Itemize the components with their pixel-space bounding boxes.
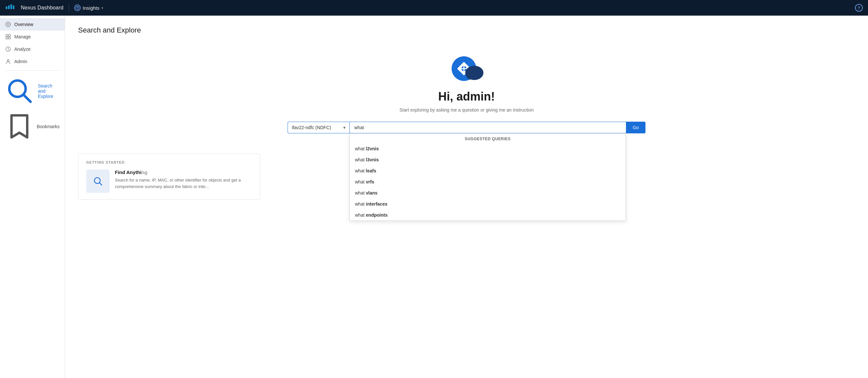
sidebar: Overview Manage Analyze Admin xyxy=(0,15,65,378)
suggestion-endpoints[interactable]: what endpoints xyxy=(350,210,626,221)
suggestion-bold-0: l2vnis xyxy=(366,146,379,151)
getting-started-section: GETTING STARTED Find Anything Search for… xyxy=(78,154,260,200)
suggestion-prefix-6: what xyxy=(355,213,365,218)
sidebar-item-search-explore[interactable]: Search and Explore xyxy=(0,73,65,109)
sidebar-item-admin[interactable]: Admin xyxy=(0,55,65,68)
suggestion-bold-5: interfaces xyxy=(366,201,388,207)
site-select-chevron-icon: ▾ xyxy=(343,125,345,130)
sidebar-divider xyxy=(5,70,60,71)
cisco-logo-icon xyxy=(5,3,16,13)
suggestion-l3vnis[interactable]: what l3vnis xyxy=(350,154,626,165)
suggestion-bold-1: l3vnis xyxy=(366,157,379,162)
analyze-icon xyxy=(5,46,11,52)
search-explore-icon xyxy=(5,76,34,106)
search-input-wrap xyxy=(349,122,626,133)
sidebar-item-bookmarks[interactable]: Bookmarks xyxy=(0,109,65,144)
sidebar-label-manage: Manage xyxy=(14,34,31,39)
search-area: ifav22-ndfc (NDFC) ▾ Go Suggested Querie… xyxy=(288,122,646,133)
gs-card-icon-wrap xyxy=(86,169,110,193)
search-input[interactable] xyxy=(349,122,626,133)
sidebar-item-manage[interactable]: Manage xyxy=(0,31,65,43)
getting-started-card: Find Anything Search for a name, IP, MAC… xyxy=(86,169,252,193)
sidebar-item-overview[interactable]: Overview xyxy=(0,18,65,31)
svg-point-5 xyxy=(77,9,78,9)
svg-rect-0 xyxy=(6,6,7,9)
svg-rect-2 xyxy=(10,5,12,9)
hero-subtitle: Start exploring by asking me a question … xyxy=(78,107,855,113)
suggestion-interfaces[interactable]: what interfaces xyxy=(350,198,626,210)
insights-icon xyxy=(74,5,81,11)
manage-icon xyxy=(5,34,11,40)
main-content: Search and Explore Hi, admin! Start expl… xyxy=(65,15,868,378)
suggestion-l2vnis[interactable]: what l2vnis xyxy=(350,143,626,154)
suggestion-prefix-1: what xyxy=(355,157,365,162)
suggestions-dropdown: Suggested Queries what l2vnis what l3vni… xyxy=(349,133,626,221)
app-title: Nexus Dashboard xyxy=(21,5,63,11)
gs-search-icon xyxy=(93,176,103,186)
insights-chevron-icon: ▾ xyxy=(101,6,103,10)
suggestion-bold-3: vrfs xyxy=(366,179,374,184)
sidebar-label-analyze: Analyze xyxy=(14,46,31,52)
sidebar-label-search-explore: Search and Explore xyxy=(38,83,60,99)
help-button[interactable]: ? xyxy=(855,4,863,12)
gs-card-content: Find Anything Search for a name, IP, MAC… xyxy=(115,169,252,190)
svg-rect-3 xyxy=(13,5,14,9)
insights-button[interactable]: Insights ▾ xyxy=(74,5,103,11)
suggestion-prefix-2: what xyxy=(355,168,365,174)
suggestion-vrfs[interactable]: what vrfs xyxy=(350,176,626,187)
sidebar-label-overview: Overview xyxy=(14,22,33,27)
sidebar-item-analyze[interactable]: Analyze xyxy=(0,43,65,55)
admin-icon xyxy=(5,59,11,64)
gs-card-text: Search for a name, IP, MAC, or other ide… xyxy=(115,177,252,190)
suggestion-prefix-5: what xyxy=(355,201,365,207)
getting-started-label: GETTING STARTED xyxy=(86,160,252,164)
insights-label: Insights xyxy=(83,5,99,11)
site-selector[interactable]: ifav22-ndfc (NDFC) ▾ xyxy=(288,122,349,133)
overview-icon xyxy=(5,22,11,27)
hero-logo-wrap xyxy=(78,54,855,83)
svg-point-6 xyxy=(6,22,11,27)
nav-divider xyxy=(69,4,69,12)
svg-point-7 xyxy=(7,24,9,25)
dropdown-label: Suggested Queries xyxy=(350,133,626,143)
gs-card-title: Find Anything xyxy=(115,169,252,175)
svg-point-13 xyxy=(7,60,9,61)
hero-logo-icon xyxy=(447,54,486,83)
suggestion-prefix-0: what xyxy=(355,146,365,151)
svg-rect-1 xyxy=(8,5,10,9)
site-select-value: ifav22-ndfc (NDFC) xyxy=(292,125,331,130)
suggestion-prefix-4: what xyxy=(355,190,365,195)
svg-rect-10 xyxy=(6,37,8,39)
suggestion-bold-4: vlans xyxy=(366,190,378,195)
svg-rect-9 xyxy=(8,34,10,36)
sidebar-label-admin: Admin xyxy=(14,59,27,64)
bookmarks-icon xyxy=(5,112,33,140)
svg-rect-8 xyxy=(6,34,8,36)
sidebar-label-bookmarks: Bookmarks xyxy=(37,124,60,129)
page-title: Search and Explore xyxy=(78,26,855,34)
suggestion-bold-6: endpoints xyxy=(366,213,388,218)
top-navbar: Nexus Dashboard Insights ▾ ? xyxy=(0,0,868,15)
suggestion-vlans[interactable]: what vlans xyxy=(350,187,626,198)
hero-greeting: Hi, admin! xyxy=(78,90,855,103)
svg-rect-11 xyxy=(8,37,10,39)
hero-section: Hi, admin! Start exploring by asking me … xyxy=(78,48,855,143)
suggestion-prefix-3: what xyxy=(355,179,365,184)
suggestion-leafs[interactable]: what leafs xyxy=(350,165,626,176)
suggestion-bold-2: leafs xyxy=(366,168,376,174)
go-button[interactable]: Go xyxy=(626,122,646,133)
